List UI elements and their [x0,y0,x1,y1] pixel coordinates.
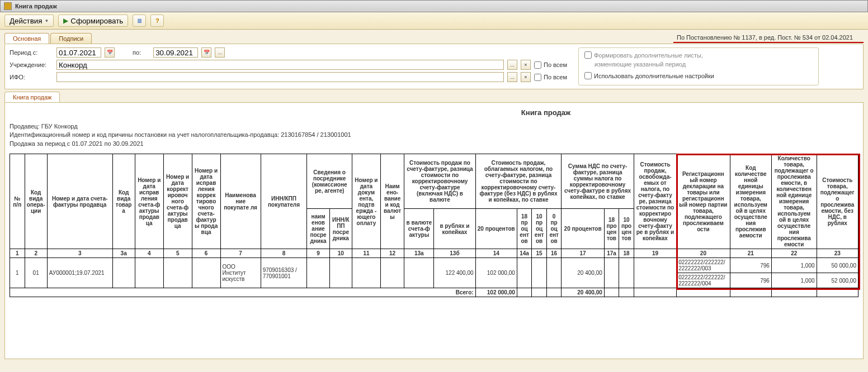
extra-sheets-checkbox[interactable] [584,51,592,59]
ifo-all-label: По всем [544,74,567,80]
h-c23: Стоимость товара, подлежащег о прослежив… [817,154,858,249]
h-c14g: Стоимость продаж, облагаемых налогом, по… [475,154,562,209]
period-from-label: Период с: [10,49,53,56]
h-c17: 20 процентов [562,209,604,249]
h-c13g: Стоимость продаж по счету-фактуре, разни… [404,154,475,209]
total-row: Всего:102 000,0020 400,00 [10,288,858,297]
h-c14: 20 процентов [475,209,517,249]
org-all-label: По всем [544,61,567,68]
tab-main[interactable]: Основная [4,33,49,44]
actions-button[interactable]: Действия ▼ [4,15,54,27]
report-title: Книга продаж [10,108,858,117]
h-c8: ИНН/КПП покупателя [261,154,307,249]
h-c4: Номер и дата исправ ления счета-ф актуры… [135,154,163,249]
org-all-checkbox[interactable] [534,61,541,69]
table-row: 101АУ000001;19.07.2021ООО Институт искус… [10,258,858,273]
filter-panel: Период с: 📅 по: 📅 ... Учреждение: ... × … [4,44,864,89]
org-clear-button[interactable]: × [521,60,531,70]
settings-icon-button[interactable]: ≣ [133,15,146,27]
h-c18: 10 про цен тов [619,209,634,249]
list-icon: ≣ [137,17,142,25]
h-c21: Код количестве нной единицы измерения то… [730,154,771,249]
ifo-clear-button[interactable]: × [521,72,531,82]
h-c13b: в рублях и копейках [434,209,475,249]
h-c16: 0 пр оц ент ов [546,209,562,249]
period-select-button[interactable]: ... [215,47,225,58]
sales-book-table: № п/п Код вида опера-ции Номер и дата сч… [10,154,858,297]
org-input[interactable] [56,60,504,70]
h-c2: Код вида опера-ции [25,154,47,249]
ifo-select-button[interactable]: ... [507,72,517,82]
top-tabs: Основная Подписи [4,33,92,44]
period-line: Продажа за период с 01.07.2021 по 30.09.… [10,140,858,148]
calendar-from-button[interactable]: 📅 [105,47,115,58]
extra-sheets-sub: изменяющие указанный период [595,61,813,68]
h-c3a: Код вида товара [112,154,135,249]
h-c10: ИНН/К ПП посре дника [329,209,352,249]
period-to-label: по: [133,49,141,56]
report-info: Продавец: ГБУ Конкорд Идентификационный … [10,122,858,148]
h-c19: Стоимость продаж, освобожда-емых от нало… [634,154,676,249]
regulation-text: По Постановлению № 1137, в ред. Пост. № … [673,33,864,43]
window-title: Книга продаж [15,3,57,9]
report-area: Книга продаж Продавец: ГБУ Конкорд Идент… [4,102,864,359]
chevron-down-icon: ▼ [44,18,49,23]
form-button[interactable]: ▶ Сформировать [58,15,128,27]
main-toolbar: Действия ▼ ▶ Сформировать ≣ ? [0,12,868,30]
org-select-button[interactable]: ... [507,60,517,70]
period-from-input[interactable] [56,47,101,58]
h-c12: Наим ено-вание и код валюты [380,154,404,249]
help-icon: ? [155,17,159,24]
h-c22: Количество товара, подлежащег о прослежи… [771,154,817,249]
calendar-to-button[interactable]: 📅 [201,47,211,58]
h-c9: наим енов ание посре дника [307,209,329,249]
calendar-icon: 📅 [204,50,210,55]
tab-signatures[interactable]: Подписи [50,33,92,44]
h-c9g: Сведения о посреднике (комиссионе ре, аг… [307,154,352,209]
extra-sheets-label: Формировать дополнительные листы, [594,52,703,59]
h-c6: Номер и дата исправ ления коррек тирово … [192,154,220,249]
play-icon: ▶ [63,17,68,25]
org-label: Учреждение: [10,61,53,68]
inn-line: Идентификационный номер и код причины по… [10,131,858,139]
calendar-icon: 📅 [107,50,113,55]
ifo-input[interactable] [56,72,504,82]
seller-line: Продавец: ГБУ Конкорд [10,122,858,131]
h-c20: Регистрационн ый номер декларации на тов… [677,154,730,249]
ifo-all-checkbox[interactable] [534,74,541,81]
app-icon [4,2,12,10]
extra-settings-label: Использовать дополнительные настройки [594,73,714,79]
h-c13a: в валюте счета-ф актуры [404,209,434,249]
h-c15: 10 пр оц ент ов [532,209,547,249]
report-inner-tab[interactable]: Книга продаж [4,92,60,102]
column-number-row: 1233а45678910111213а13б1414а15161717а181… [10,249,858,258]
ifo-label: ИФО: [10,74,53,80]
period-to-input[interactable] [153,47,198,58]
h-c1: № п/п [10,154,25,249]
h-c7: Наименова ние покупате ля [220,154,261,249]
help-icon-button[interactable]: ? [150,15,164,27]
h-c3: Номер и дата счета-фактуры продавца [47,154,112,249]
h-c5: Номер и дата коррект ировоч ного счета-ф… [163,154,192,249]
extra-settings-checkbox[interactable] [584,72,592,79]
h-c17a: 18 про цен тов [604,209,619,249]
h-c14a: 18 пр оц ент ов [517,209,532,249]
h-c17g: Сумма НДС по счету-фактуре, разница сумм… [562,154,634,209]
window-titlebar: Книга продаж [0,0,868,12]
h-c11: Номер и дата докум ента, подтв ержда - ю… [352,154,380,249]
